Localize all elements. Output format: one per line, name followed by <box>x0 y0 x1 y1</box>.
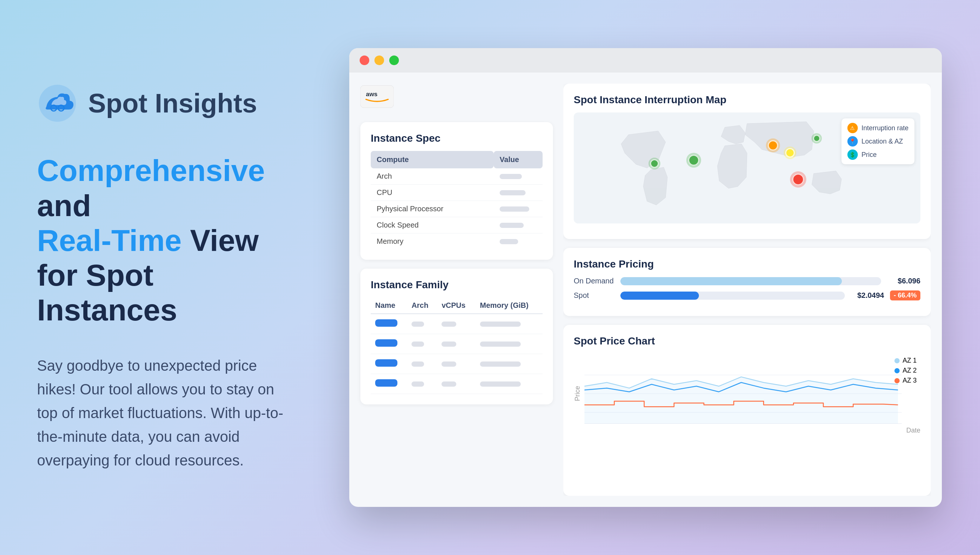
map-title: Spot Instance Interruption Map <box>574 94 920 106</box>
instance-spec-card: Instance Spec Compute Value Arch <box>360 122 553 260</box>
legend-label-location: Location & AZ <box>861 138 903 145</box>
spec-row-label: CPU <box>371 184 494 201</box>
spec-row-value <box>494 233 542 250</box>
map-dot-yellow <box>785 148 795 158</box>
left-column: aws Instance Spec Compute Value <box>360 83 553 496</box>
pricing-label-spot: Spot <box>574 291 615 300</box>
window-content: aws Instance Spec Compute Value <box>349 72 942 507</box>
instance-family-card: Instance Family Name Arch vCPUs Memory (… <box>360 269 553 404</box>
map-dot-green1 <box>650 159 659 168</box>
map-dot-green3 <box>813 135 821 142</box>
spec-col2: Value <box>494 151 542 168</box>
legend-label-interruption: Interruption rate <box>861 124 909 132</box>
price-icon: 💲 <box>847 149 858 160</box>
pricing-bar-fill-ondemand <box>620 277 842 285</box>
chart-y-label: Price <box>574 386 581 401</box>
chart-legend: AZ 1 AZ 2 AZ 3 <box>895 357 917 387</box>
table-row <box>371 374 542 394</box>
az3-dot <box>895 378 900 383</box>
app-subtext: Say goodbye to unexpected price hikes! O… <box>37 354 296 472</box>
chart-title: Spot Price Chart <box>574 335 920 347</box>
table-row <box>371 354 542 374</box>
table-row <box>371 334 542 354</box>
right-column: Spot Instance Interruption Map <box>563 83 931 496</box>
pricing-bar-bg-ondemand <box>620 277 881 285</box>
map-dot-red <box>792 173 804 185</box>
aws-logo: aws <box>360 83 394 109</box>
legend-item-az3: AZ 3 <box>895 377 917 385</box>
discount-badge: - 66.4% <box>890 290 920 300</box>
family-name-pill <box>375 319 397 327</box>
spec-row-value <box>494 201 542 217</box>
spec-col1: Compute <box>371 151 494 168</box>
spec-row-label: Clock Speed <box>371 217 494 233</box>
legend-label-price: Price <box>861 151 877 159</box>
legend-item-interruption: ⚠ Interruption rate <box>847 123 909 133</box>
headline-highlight1: Comprehensive <box>37 154 265 187</box>
table-row: Pyhysical Processor <box>371 201 542 217</box>
app-window: aws Instance Spec Compute Value <box>349 48 942 507</box>
pricing-title: Instance Pricing <box>574 258 920 270</box>
window-titlebar <box>349 48 942 72</box>
spec-row-label: Pyhysical Processor <box>371 201 494 217</box>
family-name-pill <box>375 379 397 387</box>
price-chart-svg <box>584 353 920 435</box>
app-logo-icon <box>37 83 78 124</box>
table-row <box>371 314 542 334</box>
chart-x-label: Date <box>906 427 920 435</box>
pricing-value-spot: $2.0494 <box>851 291 884 300</box>
spec-row-label: Arch <box>371 168 494 184</box>
svg-text:aws: aws <box>366 91 377 97</box>
pricing-bar-bg-spot <box>620 292 845 300</box>
family-col-memory: Memory (GiB) <box>476 297 542 314</box>
table-row: Arch <box>371 168 542 184</box>
spec-row-value <box>494 184 542 201</box>
family-col-vcpus: vCPUs <box>437 297 475 314</box>
family-name-pill <box>375 359 397 367</box>
map-dot-green2 <box>688 155 699 166</box>
headline: Comprehensive and Real-Time View for Spo… <box>37 153 296 327</box>
right-panel: aws Instance Spec Compute Value <box>326 26 980 529</box>
logo-area: Spot Insights <box>37 83 296 124</box>
map-legend: ⚠ Interruption rate 📍 Location & AZ 💲 Pr… <box>842 119 914 164</box>
svg-marker-9 <box>584 377 898 423</box>
chart-canvas: AZ 1 AZ 2 AZ 3 <box>584 353 920 435</box>
family-table: Name Arch vCPUs Memory (GiB) <box>371 297 542 394</box>
spec-row-value <box>494 217 542 233</box>
pricing-label-ondemand: On Demand <box>574 277 615 285</box>
az1-label: AZ 1 <box>903 357 917 364</box>
headline-for: for Spot Instances <box>37 258 177 327</box>
spec-row-label: Memory <box>371 233 494 250</box>
table-row: CPU <box>371 184 542 201</box>
app-title: Spot Insights <box>88 88 257 119</box>
pricing-section: Instance Pricing On Demand $6.096 Spot <box>563 248 931 316</box>
aws-logo-container: aws <box>360 83 553 109</box>
family-name-pill <box>375 339 397 347</box>
location-icon: 📍 <box>847 136 858 146</box>
spec-table: Compute Value Arch CPU <box>371 151 542 249</box>
az3-label: AZ 3 <box>903 377 917 385</box>
maximize-button[interactable] <box>389 56 399 65</box>
az2-label: AZ 2 <box>903 367 917 374</box>
minimize-button[interactable] <box>375 56 384 65</box>
instance-family-title: Instance Family <box>371 279 542 291</box>
az2-dot <box>895 368 900 373</box>
table-row: Memory <box>371 233 542 250</box>
family-col-arch: Arch <box>407 297 437 314</box>
instance-spec-title: Instance Spec <box>371 132 542 144</box>
legend-item-az1: AZ 1 <box>895 357 917 364</box>
headline-highlight2: Real-Time <box>37 223 182 257</box>
close-button[interactable] <box>360 56 369 65</box>
headline-view: View <box>190 223 259 257</box>
interruption-icon: ⚠ <box>847 123 858 133</box>
headline-and: and <box>37 189 91 222</box>
family-col-name: Name <box>371 297 407 314</box>
legend-item-price: 💲 Price <box>847 149 909 160</box>
map-section: Spot Instance Interruption Map <box>563 83 931 239</box>
left-panel: Spot Insights Comprehensive and Real-Tim… <box>0 53 326 501</box>
pricing-value-ondemand: $6.096 <box>887 277 920 285</box>
pricing-row-spot: Spot $2.0494 - 66.4% <box>574 290 920 300</box>
pricing-row-ondemand: On Demand $6.096 <box>574 277 920 285</box>
legend-item-az2: AZ 2 <box>895 367 917 374</box>
table-row: Clock Speed <box>371 217 542 233</box>
